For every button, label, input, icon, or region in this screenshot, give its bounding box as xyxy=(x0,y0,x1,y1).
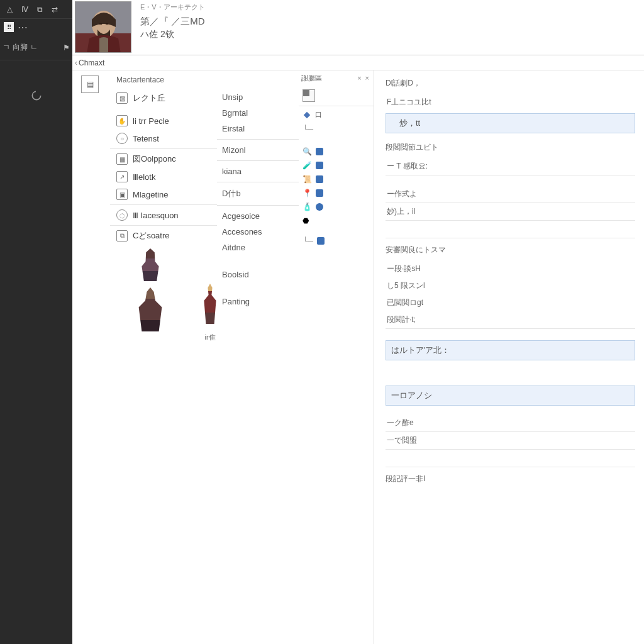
detail-blank-3 xyxy=(386,450,635,467)
rail-icon-d[interactable]: ⇄ xyxy=(49,4,60,15)
detail-highlight-1[interactable]: ゞ炒，tt xyxy=(386,113,635,133)
detail-sec-1: Dl話劇D， xyxy=(386,78,635,89)
blue-chip-icon xyxy=(316,162,323,169)
body: ▤ Mactartentace ▧レクト丘 ✋li trr Pecle ○Tet… xyxy=(72,70,644,644)
bottle-icon: 🧴 xyxy=(303,203,312,211)
blue-chip-icon xyxy=(316,148,323,155)
nav-group-title: Mactartentace xyxy=(110,73,217,89)
cat-item-3[interactable]: Mizonl xyxy=(217,142,299,158)
nav-item-6[interactable]: ◌Ⅲ Iacesquon xyxy=(110,206,217,224)
sprite-previews: ir隹 xyxy=(110,245,217,342)
header-title-1: 第／『 ／三MD xyxy=(140,16,205,28)
nav-item-4[interactable]: ↗Ⅲelotk xyxy=(110,168,217,186)
rail-icon-e[interactable]: ⋯ xyxy=(18,21,28,33)
minimize-icon[interactable]: × xyxy=(355,74,363,82)
blue-chip-icon xyxy=(316,189,323,197)
rail-text: 向脚 xyxy=(13,42,28,53)
category-column: Unsip Bgrntal Eirstal Mizonl kiana D什b A… xyxy=(217,70,299,644)
detail-blank-2 xyxy=(386,369,635,383)
rail-icon-b[interactable]: Ⅳ xyxy=(19,4,30,15)
detail-sec-3: 安審閲良にトスマ xyxy=(386,245,635,255)
rail-row-2: ⠿ ⋯ xyxy=(0,19,72,35)
image-icon: ▣ xyxy=(116,189,128,200)
cat-item-4[interactable]: kiana xyxy=(217,164,299,179)
slot-panel-title: 謝腸區 xyxy=(301,74,322,83)
slot-2[interactable]: └─ xyxy=(299,122,374,136)
detail-sub-3: 已閲閲ロgt xyxy=(386,294,635,311)
nav-item-2[interactable]: ○Tetenst xyxy=(110,130,217,147)
nav-item-7[interactable]: ⧉Cどsoatre xyxy=(110,227,217,245)
circle-icon: ○ xyxy=(116,133,128,144)
slot-8[interactable]: ⬣ xyxy=(299,214,374,228)
hand-icon: ✋ xyxy=(116,115,128,126)
flag-icon[interactable]: ⚑ xyxy=(63,43,70,52)
nav-item-1[interactable]: ✋li trr Pecle xyxy=(110,112,217,130)
slot-7[interactable]: 🧴 xyxy=(299,200,374,214)
detail-highlight-3[interactable]: 一ロアノシ xyxy=(386,386,635,406)
nav-item-3[interactable]: ▦図Oolpponc xyxy=(110,150,217,168)
grid-icon: ▦ xyxy=(116,153,128,165)
cat-item-6[interactable]: Acgesoice xyxy=(217,208,299,224)
character-portrait[interactable] xyxy=(75,1,131,53)
detail-line-3: ー作式よ xyxy=(386,186,635,203)
orb-icon: ⬣ xyxy=(303,216,309,225)
breadcrumb-label: Chmaxt xyxy=(79,58,104,67)
rail-icon-c[interactable]: ⧉ xyxy=(34,4,45,15)
rail-row-3: ㄱ 向脚 ㄴ ⚑ xyxy=(0,35,72,60)
chevron-left-icon[interactable]: ‹ xyxy=(75,58,77,67)
cat-item-9[interactable]: Boolsid xyxy=(217,267,299,282)
slot-panel-header: 謝腸區 ×× xyxy=(299,73,374,87)
svg-marker-6 xyxy=(304,111,311,118)
slot-1[interactable]: 口 xyxy=(299,108,374,122)
breadcrumb[interactable]: ‹ Chmaxt xyxy=(72,55,644,70)
rail-icon-a[interactable]: △ xyxy=(4,4,15,15)
cat-item-0[interactable]: Unsip xyxy=(217,89,299,105)
chart-icon: ↗ xyxy=(116,171,128,182)
slot-9[interactable]: └─ xyxy=(299,234,374,248)
detail-line-6: 一で閲盟 xyxy=(386,432,635,450)
ring-icon: ◌ xyxy=(116,209,128,221)
col-doc-icon: ▤ xyxy=(72,70,110,644)
cat-item-10[interactable]: Panting xyxy=(217,294,299,309)
detail-line-4: 妙)上，il xyxy=(386,203,635,221)
tool-rail: △ Ⅳ ⧉ ⇄ ⠿ ⋯ ㄱ 向脚 ㄴ ⚑ xyxy=(0,0,72,644)
nav-item-5[interactable]: ▣Mlagetine xyxy=(110,186,217,203)
page-icon: ▧ xyxy=(116,92,128,104)
slot-column: 謝腸區 ×× 口 └─ 🔍 🧪 📜 📍 🧴 ⬣ └─ xyxy=(299,70,374,644)
rail-top-icons: △ Ⅳ ⧉ ⇄ xyxy=(0,0,72,19)
cat-item-1[interactable]: Bgrntal xyxy=(217,105,299,121)
character-sprite-small[interactable] xyxy=(140,248,161,281)
rail-next-icon[interactable]: ㄴ xyxy=(30,42,38,53)
character-sprite-large[interactable] xyxy=(138,287,163,331)
slot-4[interactable]: 🧪 xyxy=(299,158,374,172)
detail-blank-1 xyxy=(386,221,635,238)
slot-0[interactable] xyxy=(299,87,374,104)
slot-3[interactable]: 🔍 xyxy=(299,145,374,158)
svg-rect-4 xyxy=(99,23,102,25)
corner-icon: └─ xyxy=(303,125,313,133)
cat-item-7[interactable]: Accesones xyxy=(217,224,299,240)
cat-item-5[interactable]: D什b xyxy=(217,185,299,203)
slot-5[interactable]: 📜 xyxy=(299,172,374,186)
rail-prev-icon[interactable]: ㄱ xyxy=(3,42,10,53)
blue-chip-icon xyxy=(316,203,323,211)
document-icon[interactable]: ▤ xyxy=(81,75,99,93)
slot-box-icon xyxy=(303,89,315,102)
header-title-2: ハ佐 2钦 xyxy=(140,29,205,40)
svg-rect-5 xyxy=(106,23,108,25)
detail-sec-4: 段記評一非I xyxy=(386,474,635,484)
pin-icon: 📍 xyxy=(303,189,312,197)
detail-line-2: ー T 感取요: xyxy=(386,158,635,175)
nav-item-0[interactable]: ▧レクト丘 xyxy=(110,89,217,107)
header-text: E・V・アーキテクト 第／『 ／三MD ハ佐 2钦 xyxy=(134,0,211,55)
close-icon[interactable]: × xyxy=(364,74,371,82)
detail-highlight-2[interactable]: はルトア'ア北： xyxy=(386,340,635,360)
sprite-caption: ir隹 xyxy=(204,333,215,342)
slot-6[interactable]: 📍 xyxy=(299,186,374,200)
svg-point-0 xyxy=(32,91,40,99)
cat-item-2[interactable]: Eirstal xyxy=(217,121,299,136)
detail-line-1: F丄ニコユ比t xyxy=(386,94,635,111)
dice-icon[interactable]: ⠿ xyxy=(4,22,14,32)
cat-item-8[interactable]: Aitdne xyxy=(217,240,299,255)
scroll-icon: 📜 xyxy=(303,175,312,184)
